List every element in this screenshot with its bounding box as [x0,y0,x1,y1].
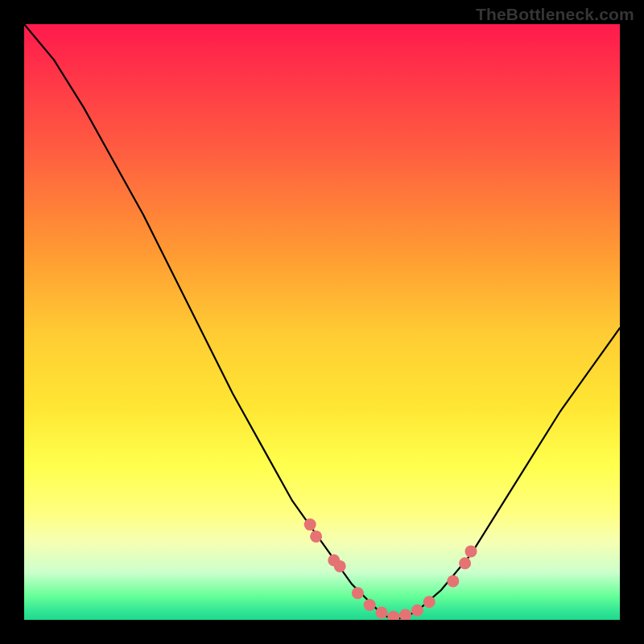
data-point [334,560,346,572]
bottleneck-curve [24,24,620,620]
data-point [459,557,471,569]
chart-svg [24,24,620,620]
data-point [376,607,388,619]
data-point [399,609,411,620]
data-point [352,587,364,599]
data-points-group [304,518,477,620]
data-point [304,518,316,530]
data-point [411,605,423,617]
plot-area [24,24,620,620]
data-point [423,596,436,608]
data-point [364,599,376,611]
data-point [465,545,477,557]
data-point [310,530,322,543]
data-point [387,611,399,620]
chart-frame: TheBottleneck.com [0,0,644,644]
data-point [447,575,459,587]
watermark-text: TheBottleneck.com [476,5,634,24]
